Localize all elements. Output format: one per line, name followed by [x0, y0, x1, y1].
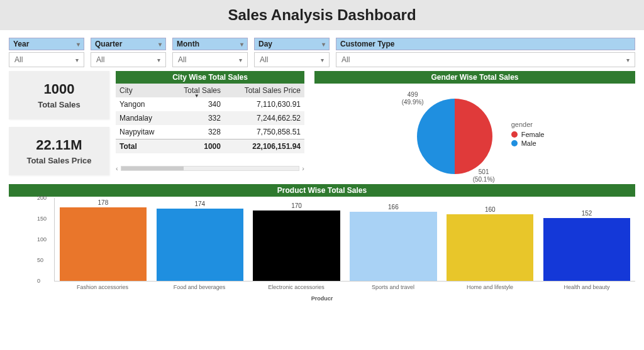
x-tick-label: Electronic accessories [253, 283, 340, 295]
city-col-city[interactable]: City [116, 84, 169, 97]
bar[interactable]: 170 [253, 198, 340, 281]
legend-title: gender [511, 121, 545, 128]
y-tick: 50 [37, 257, 43, 263]
filter-month: Month▾ All▾ [172, 38, 248, 67]
chevron-down-icon[interactable]: ▾ [77, 41, 80, 48]
city-col-price[interactable]: Total Sales Price [225, 84, 304, 97]
filter-day: Day▾ All▾ [254, 38, 330, 67]
x-tick-label: Health and beauty [543, 283, 631, 295]
filter-day-label: Day▾ [254, 38, 330, 50]
city-wise-panel: City Wise Total Sales City Total Sales▼ … [116, 71, 304, 182]
chevron-down-icon: ▾ [239, 57, 242, 63]
chevron-down-icon: ▾ [626, 57, 630, 63]
filter-day-select[interactable]: All▾ [254, 52, 330, 67]
filter-year-label: Year▾ [9, 38, 84, 50]
product-bar-chart[interactable]: Count of Total Sales 178174170166160152 … [35, 198, 635, 295]
filter-month-select[interactable]: All▾ [172, 52, 248, 67]
bar-rect [157, 209, 243, 281]
y-tick: 200 [37, 195, 47, 201]
pie-graphic [417, 99, 492, 174]
sort-desc-icon: ▼ [194, 93, 199, 99]
filter-quarter-select[interactable]: All▾ [91, 52, 166, 67]
bar-value-label: 152 [582, 210, 592, 217]
y-tick: 100 [37, 236, 47, 243]
gender-wise-panel: Gender Wise Total Sales 499(49.9%) 501(5… [314, 71, 635, 182]
y-tick: 150 [37, 216, 47, 222]
filter-ctype-label: Customer Type [336, 38, 635, 50]
chevron-down-icon[interactable]: ▾ [240, 41, 243, 48]
bar-value-label: 170 [291, 202, 302, 209]
table-row[interactable]: Mandalay3327,244,662.52 [116, 111, 304, 125]
scroll-track[interactable] [121, 166, 300, 171]
table-row[interactable]: Naypyitaw3287,750,858.51 [116, 125, 304, 139]
scroll-thumb[interactable] [121, 167, 184, 170]
bar-value-label: 160 [485, 206, 496, 213]
swatch-icon [511, 131, 518, 138]
pie-label-female: 501(50.1%) [473, 168, 495, 183]
city-table[interactable]: City Total Sales▼ Total Sales Price Yang… [116, 84, 304, 153]
filter-year: Year▾ All▾ [9, 38, 84, 67]
table-row[interactable]: Yangon3407,110,630.91 [116, 97, 304, 111]
pie-label-male: 499(49.9%) [402, 91, 424, 106]
kpi-total-sales-label: Total Sales [14, 100, 104, 109]
x-tick-label: Sports and travel [350, 283, 437, 295]
legend-item-male[interactable]: Male [511, 139, 545, 147]
filter-ctype-select[interactable]: All▾ [336, 52, 635, 67]
gender-pie-chart[interactable]: 499(49.9%) 501(50.1%) [406, 87, 500, 182]
bar-value-label: 174 [194, 200, 205, 207]
filter-row: Year▾ All▾ Quarter▾ All▾ Month▾ All▾ Day… [0, 30, 644, 71]
table-total-row: Total100022,106,151.94 [116, 139, 304, 154]
header-bar: Sales Analysis Dashboard [0, 0, 644, 30]
filter-quarter-label: Quarter▾ [91, 38, 166, 50]
y-tick: 0 [37, 278, 40, 284]
kpi-total-sales: 1000 Total Sales [9, 71, 109, 119]
bar-rect [253, 211, 340, 281]
chevron-down-icon[interactable]: ▾ [158, 41, 162, 48]
x-tick-label: Home and lifestyle [447, 283, 534, 295]
filter-quarter: Quarter▾ All▾ [91, 38, 166, 67]
gender-legend: gender Female Male [511, 121, 545, 148]
bar-rect [60, 207, 147, 281]
page-title: Sales Analysis Dashboard [228, 6, 416, 24]
kpi-total-sales-value: 1000 [14, 81, 104, 97]
filter-customer-type: Customer Type All▾ [336, 38, 635, 67]
filter-month-label: Month▾ [172, 38, 248, 50]
bar-value-label: 178 [98, 199, 109, 206]
product-wise-panel: Product Wise Total Sales Count of Total … [0, 182, 644, 302]
swatch-icon [511, 140, 518, 146]
filter-year-select[interactable]: All▾ [9, 52, 84, 67]
chevron-down-icon[interactable]: ▾ [322, 41, 325, 48]
city-panel-title: City Wise Total Sales [116, 71, 304, 84]
gender-panel-title: Gender Wise Total Sales [314, 71, 635, 84]
bar-rect [350, 212, 436, 281]
chevron-down-icon: ▾ [321, 57, 324, 63]
bar[interactable]: 152 [543, 198, 630, 281]
chevron-down-icon: ▾ [157, 57, 160, 63]
city-col-sales[interactable]: Total Sales▼ [169, 84, 225, 97]
x-tick-label: Fashion accessories [59, 283, 147, 295]
bar[interactable]: 178 [60, 198, 147, 281]
bar[interactable]: 166 [350, 198, 436, 281]
bar-rect [543, 218, 630, 281]
city-scrollbar[interactable]: ‹ › [116, 165, 304, 172]
kpi-column: 1000 Total Sales 22.11M Total Sales Pric… [9, 71, 109, 182]
product-panel-title: Product Wise Total Sales [9, 184, 635, 197]
bar[interactable]: 174 [157, 198, 243, 281]
scroll-right-icon[interactable]: › [302, 165, 304, 172]
kpi-total-sales-price-label: Total Sales Price [14, 156, 104, 165]
chevron-down-icon: ▾ [75, 57, 79, 63]
bar-value-label: 166 [388, 204, 399, 211]
scroll-left-icon[interactable]: ‹ [116, 165, 118, 172]
x-tick-label: Food and beverages [156, 283, 243, 295]
x-axis-label: Producr [9, 295, 635, 302]
bar-rect [447, 214, 533, 281]
bar[interactable]: 160 [447, 198, 533, 281]
kpi-total-sales-price-value: 22.11M [14, 137, 104, 153]
legend-item-female[interactable]: Female [511, 131, 545, 138]
kpi-total-sales-price: 22.11M Total Sales Price [9, 127, 109, 175]
